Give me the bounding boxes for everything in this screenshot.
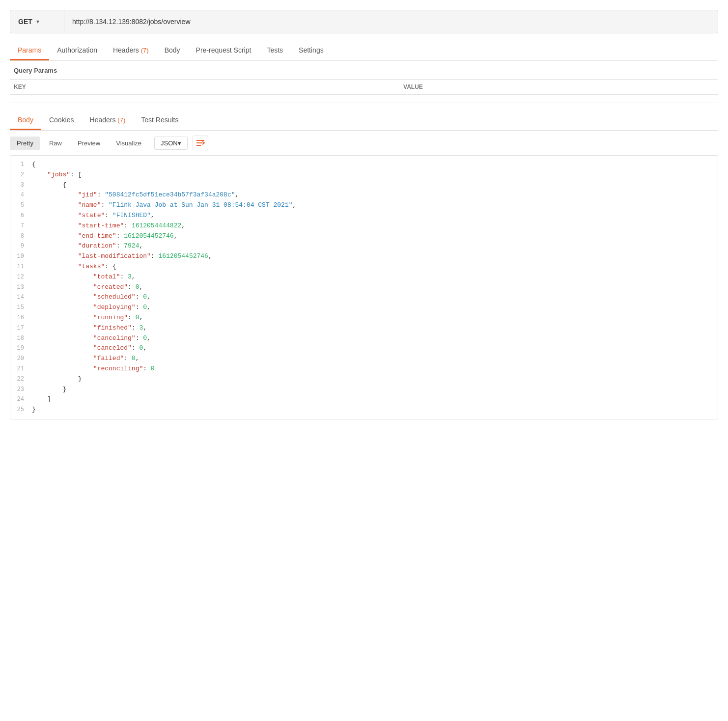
format-arrow: ▾ — [178, 139, 181, 147]
code-segment-plain: , — [147, 334, 151, 342]
code-segment-plain: : — [136, 293, 143, 301]
line-number: 8 — [14, 231, 32, 241]
code-segment-plain: , — [181, 222, 185, 229]
format-label: JSON — [161, 139, 178, 147]
code-segment-key: "duration" — [78, 242, 116, 250]
code-segment-key: "canceling" — [93, 334, 136, 342]
wrap-icon[interactable] — [193, 136, 208, 150]
code-segment-key: "deploying" — [93, 304, 136, 311]
response-tab-headers[interactable]: Headers (7) — [82, 111, 134, 130]
code-segment-number: 3 — [128, 273, 132, 280]
line-number: 4 — [14, 190, 32, 200]
code-segment-indent — [32, 355, 93, 362]
code-segment-number: 0 — [143, 293, 147, 301]
code-segment-bracket: } — [32, 406, 36, 413]
line-number: 2 — [14, 170, 32, 180]
code-segment-number: 1612054452746 — [124, 232, 173, 240]
response-tab-test-results[interactable]: Test Results — [133, 111, 186, 130]
line-content: "reconciling": 0 — [32, 364, 714, 374]
code-segment-plain: , — [143, 324, 147, 332]
tab-body[interactable]: Body — [157, 41, 188, 60]
code-segment-plain: : — [124, 222, 132, 229]
code-segment-plain: , — [147, 293, 151, 301]
line-content: "created": 0, — [32, 282, 714, 293]
code-segment-indent — [32, 191, 78, 198]
code-line: 21 "reconciling": 0 — [10, 364, 718, 374]
code-segment-plain: : [ — [70, 171, 82, 178]
code-segment-key: "jobs" — [47, 171, 70, 178]
code-segment-key: "end-time" — [78, 232, 116, 240]
line-number: 3 — [14, 180, 32, 190]
line-number: 10 — [14, 251, 32, 261]
tab-tests[interactable]: Tests — [259, 41, 291, 60]
code-line: 4 "jid": "508412fc5df51ece34b57f3af34a20… — [10, 190, 718, 200]
code-segment-key: "state" — [78, 212, 105, 219]
code-segment-plain: , — [293, 201, 297, 209]
line-content: "canceling": 0, — [32, 333, 714, 344]
code-segment-number: 0 — [143, 334, 147, 342]
code-segment-indent — [32, 252, 78, 260]
line-content: "total": 3, — [32, 272, 714, 282]
code-line: 17 "finished": 3, — [10, 323, 718, 333]
request-tabs: Params Authorization Headers (7) Body Pr… — [10, 41, 718, 61]
line-content: } — [32, 374, 714, 385]
code-segment-bracket: { — [62, 181, 66, 189]
code-segment-indent — [32, 365, 93, 372]
tab-authorization[interactable]: Authorization — [49, 41, 105, 60]
url-input[interactable] — [64, 18, 718, 26]
response-tabs: Body Cookies Headers (7) Test Results — [10, 111, 718, 131]
code-line: 20 "failed": 0, — [10, 354, 718, 364]
format-selector[interactable]: JSON ▾ — [154, 137, 188, 150]
tab-params[interactable]: Params — [10, 41, 49, 60]
raw-button[interactable]: Raw — [42, 137, 69, 150]
code-segment-key: "failed" — [93, 355, 124, 362]
line-content: "name": "Flink Java Job at Sun Jan 31 08… — [32, 200, 714, 211]
params-empty-row — [10, 95, 718, 103]
code-segment-key: "jid" — [78, 191, 97, 198]
tab-headers[interactable]: Headers (7) — [105, 41, 157, 60]
pretty-button[interactable]: Pretty — [10, 137, 40, 150]
line-content: "scheduled": 0, — [32, 292, 714, 303]
params-value-cell[interactable] — [399, 95, 718, 103]
visualize-button[interactable]: Visualize — [109, 137, 148, 150]
code-segment-key: "running" — [93, 314, 128, 321]
code-segment-plain: : — [128, 314, 136, 321]
code-segment-indent — [32, 212, 78, 219]
code-segment-indent — [32, 222, 78, 229]
code-segment-indent — [32, 344, 93, 352]
params-table: KEY VALUE — [10, 79, 718, 103]
code-line: 9 "duration": 7924, — [10, 241, 718, 251]
tab-pre-request[interactable]: Pre-request Script — [188, 41, 259, 60]
method-selector[interactable]: GET ▾ — [10, 10, 64, 33]
response-tab-cookies[interactable]: Cookies — [41, 111, 82, 130]
line-content: "jobs": [ — [32, 170, 714, 180]
json-code-area: 1{2 "jobs": [3 {4 "jid": "508412fc5df51e… — [10, 155, 718, 419]
params-key-cell[interactable] — [10, 95, 399, 103]
view-controls: Pretty Raw Preview Visualize JSON ▾ — [10, 131, 718, 155]
code-segment-plain: , — [151, 212, 155, 219]
code-segment-number: 0 — [132, 355, 136, 362]
line-number: 11 — [14, 262, 32, 272]
code-line: 19 "canceled": 0, — [10, 343, 718, 354]
response-tab-body[interactable]: Body — [10, 111, 41, 130]
code-segment-bracket: { — [32, 161, 36, 168]
code-segment-indent — [32, 181, 62, 189]
line-number: 20 — [14, 354, 32, 363]
code-segment-plain: : — [151, 252, 159, 260]
preview-button[interactable]: Preview — [71, 137, 107, 150]
tab-settings[interactable]: Settings — [291, 41, 332, 60]
code-segment-bracket: } — [78, 375, 82, 383]
line-content: { — [32, 180, 714, 191]
line-number: 14 — [14, 292, 32, 302]
code-segment-bracket: } — [62, 386, 66, 393]
code-segment-plain: , — [147, 304, 151, 311]
code-segment-plain: : — [101, 201, 109, 209]
code-segment-plain: : — [136, 304, 143, 311]
code-segment-plain: : — [128, 283, 136, 291]
line-number: 1 — [14, 160, 32, 169]
line-number: 5 — [14, 200, 32, 210]
code-segment-indent — [32, 334, 93, 342]
url-bar: GET ▾ — [10, 10, 718, 33]
code-line: 23 } — [10, 385, 718, 395]
code-segment-plain: , — [208, 252, 212, 260]
